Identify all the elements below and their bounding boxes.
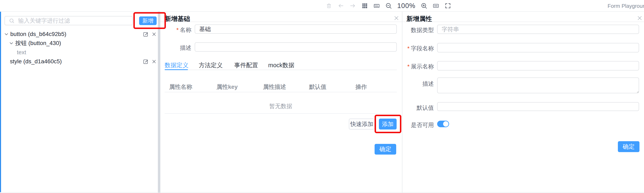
data-type-label: 数据类型: [395, 26, 434, 34]
switch-knob: [443, 121, 448, 127]
add-row-button[interactable]: 添加: [379, 119, 396, 130]
tab-bar-line: [165, 70, 397, 70]
divider: [165, 92, 397, 92]
tree-node-label: button (ds_b64c92b5): [10, 30, 66, 39]
field-name-label: *字段名称: [395, 45, 434, 52]
search-icon: [9, 18, 15, 24]
add-button[interactable]: 新增: [139, 16, 157, 25]
column-header: 操作: [356, 83, 367, 91]
description-textarea[interactable]: [437, 77, 639, 93]
tree-row-button[interactable]: button (ds_b64c92b5): [0, 30, 158, 39]
canvas-toolbar: 100%: [325, 0, 452, 11]
panel-view-icon[interactable]: [432, 2, 440, 10]
default-value-field[interactable]: [437, 102, 639, 111]
zoom-level: 100%: [397, 2, 416, 10]
zoom-in-icon[interactable]: [420, 2, 428, 10]
column-header: 默认值: [309, 83, 326, 91]
divider: [402, 21, 644, 22]
panel-scrollbar[interactable]: [158, 12, 160, 193]
chevron-down-icon[interactable]: [9, 40, 14, 46]
grid-icon[interactable]: [361, 2, 368, 10]
tab-method-definition[interactable]: 方法定义: [199, 61, 223, 69]
undo-arrow-icon[interactable]: [337, 2, 344, 10]
edit-icon[interactable]: [143, 31, 148, 38]
tree-node-label: style (ds_d1a460c5): [10, 57, 62, 66]
edit-icon[interactable]: [143, 59, 148, 65]
empty-data-text: 暂无数据: [165, 102, 397, 110]
enabled-switch[interactable]: [437, 121, 449, 127]
required-asterisk: *: [407, 63, 410, 70]
divider: [165, 113, 397, 114]
search-input[interactable]: [18, 17, 130, 24]
display-name-field[interactable]: [437, 61, 639, 70]
name-field[interactable]: [195, 24, 397, 34]
divider: [402, 12, 402, 193]
column-header: 属性key: [216, 83, 238, 91]
tree-row-style[interactable]: style (ds_d1a460c5): [0, 57, 158, 66]
redo-arrow-icon[interactable]: [349, 2, 356, 10]
divider: [0, 192, 644, 193]
description-field[interactable]: [195, 42, 397, 52]
default-value-label: 默认值: [395, 104, 434, 112]
required-asterisk: *: [407, 45, 410, 52]
search-box: [4, 16, 133, 25]
tab-mock-data[interactable]: mock数据: [268, 61, 294, 69]
field-name-field[interactable]: [437, 43, 639, 52]
enabled-label: 是否可用: [395, 121, 434, 129]
column-header: 属性描述: [263, 83, 286, 91]
fullscreen-icon[interactable]: [444, 2, 452, 10]
close-icon[interactable]: [152, 59, 157, 65]
keyboard-icon[interactable]: [373, 2, 380, 10]
name-label: *名称: [152, 26, 192, 34]
quick-add-button[interactable]: 快速添加: [349, 119, 375, 130]
description-label: 描述: [395, 80, 434, 88]
confirm-button[interactable]: 确定: [618, 141, 640, 152]
trash-icon[interactable]: [325, 2, 332, 10]
data-type-select[interactable]: [437, 25, 639, 34]
close-icon[interactable]: [637, 15, 642, 21]
zoom-out-icon[interactable]: [385, 2, 392, 10]
tab-event-config[interactable]: 事件配置: [234, 61, 258, 69]
description-label: 描述: [152, 44, 192, 52]
playground-title: Form Playground F: [608, 3, 644, 9]
tree-node-label: 按钮 (button_430): [15, 39, 61, 48]
column-header: 属性名称: [169, 83, 192, 91]
divider: [160, 21, 402, 22]
active-tab-indicator: [165, 69, 188, 70]
chevron-down-icon[interactable]: [4, 31, 9, 37]
required-asterisk: *: [176, 27, 179, 33]
confirm-button[interactable]: 确定: [374, 144, 396, 155]
tree-row-text[interactable]: text: [0, 48, 158, 57]
tab-data-definition[interactable]: 数据定义: [165, 61, 188, 69]
tree-node-label: text: [17, 48, 26, 57]
display-name-label: *展示名称: [395, 63, 434, 70]
tree-row-anniu[interactable]: 按钮 (button_430): [0, 39, 158, 48]
close-icon[interactable]: [394, 15, 399, 21]
top-bar: 100% Form Playground F: [0, 0, 644, 12]
